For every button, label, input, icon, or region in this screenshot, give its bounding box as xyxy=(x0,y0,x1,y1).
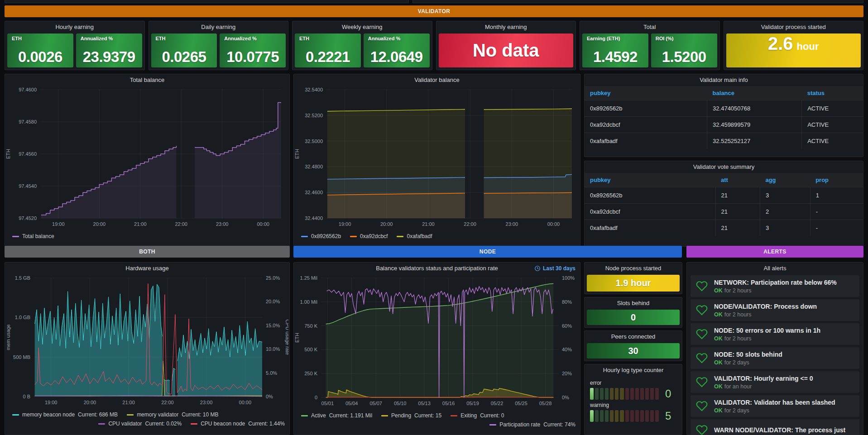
panel-title-hourly-log-counter[interactable]: Hourly log type counter xyxy=(585,364,682,376)
validator-balance-chart[interactable]: 19:0020:0021:0022:0023:0000:0032.440032.… xyxy=(294,86,579,230)
gauge-cell xyxy=(595,388,599,400)
svg-text:0%: 0% xyxy=(562,395,569,400)
node-process-value: 1.9 hour xyxy=(587,275,680,292)
column-header-pubkey[interactable]: pubkey xyxy=(585,173,715,187)
svg-text:100%: 100% xyxy=(562,275,575,281)
panel-title-node-process-started[interactable]: Node process started xyxy=(585,263,682,274)
svg-text:ETH: ETH xyxy=(294,149,300,159)
panel-title-validator-process-started[interactable]: Validator process started xyxy=(724,21,863,33)
panel-title-hourly-earning[interactable]: Hourly earning xyxy=(5,21,144,33)
svg-text:23:00: 23:00 xyxy=(216,221,229,227)
svg-text:05/04: 05/04 xyxy=(345,401,358,406)
legend-swatch xyxy=(381,415,388,416)
panel-title-total[interactable]: Total xyxy=(580,21,719,33)
alert-status: OKfor 2 hours xyxy=(714,311,817,318)
stat-value: 23.9379 xyxy=(76,48,142,66)
svg-text:80%: 80% xyxy=(562,299,572,305)
panel-title-slots-behind[interactable]: Slots behind xyxy=(585,297,682,309)
panel-daily-earning: Daily earning ETH 0.0265 Annualized % 10… xyxy=(149,21,289,70)
alert-status: OKfor 2 days xyxy=(714,359,782,366)
stat-value: 0.0026 xyxy=(7,48,73,66)
panel-title-hardware-usage[interactable]: Hardware usage xyxy=(5,263,289,274)
stat-total-earning: Earning (ETH) 1.4592 xyxy=(582,33,648,67)
svg-text:32.5000: 32.5000 xyxy=(305,139,323,144)
cell: 21 xyxy=(715,204,760,220)
gauge-cell xyxy=(605,388,609,400)
gauge-cell xyxy=(645,388,649,400)
column-header-status[interactable]: status xyxy=(802,86,863,100)
svg-text:21:00: 21:00 xyxy=(122,400,135,405)
column-header-prop[interactable]: prop xyxy=(810,173,863,187)
panel-title-total-balance[interactable]: Total balance xyxy=(5,74,289,86)
cell: 0xa92dcbcf xyxy=(585,204,715,220)
column-header-att[interactable]: att xyxy=(715,173,760,187)
legend-item[interactable]: CPU validatorCurrent: 0.02% xyxy=(98,421,182,427)
total-balance-chart[interactable]: 19:0020:0021:0022:0023:0000:0097.452097.… xyxy=(5,86,288,230)
row-header-alerts[interactable]: ALERTS xyxy=(686,246,863,258)
alert-item[interactable]: NETWORK: Participation rate below 66%OKf… xyxy=(691,275,859,297)
row-header-validator[interactable]: VALIDATOR xyxy=(5,5,863,17)
svg-text:32.4800: 32.4800 xyxy=(305,164,323,169)
legend-item[interactable]: CPU beacon nodeCurrent: 1.44% xyxy=(191,421,285,427)
alert-item[interactable]: NODE/VALIDATOR: Process downOKfor 2 hour… xyxy=(691,299,859,321)
gauge-label: error xyxy=(590,380,676,386)
panel-title-balance-validators[interactable]: Balance validators status and participat… xyxy=(376,265,498,272)
column-header-agg[interactable]: agg xyxy=(760,173,810,187)
gauge-cell xyxy=(590,388,594,400)
panel-title-daily-earning[interactable]: Daily earning xyxy=(149,21,288,33)
legend-item[interactable]: 0xa92dcbcf xyxy=(350,233,388,239)
legend-item[interactable]: memory beacon nodeCurrent: 686 MB xyxy=(12,411,118,418)
panel-title-weekly-earning[interactable]: Weekly earning xyxy=(293,21,432,33)
panel-title-validator-balance[interactable]: Validator balance xyxy=(294,74,580,86)
legend-item[interactable]: PendingCurrent: 15 xyxy=(381,412,441,419)
legend-item[interactable]: memory validatorCurrent: 10 MB xyxy=(127,411,218,418)
gauge-bar xyxy=(590,388,659,400)
time-range-link[interactable]: Last 30 days xyxy=(534,263,575,274)
cell: 32.459899579 xyxy=(707,117,802,133)
row-header-both[interactable]: BOTH xyxy=(5,246,290,258)
alert-status: OKfor 2 days xyxy=(714,407,835,414)
svg-text:250 K: 250 K xyxy=(304,371,317,376)
legend-item[interactable]: ExitingCurrent: 0 xyxy=(451,412,504,419)
column-header-balance[interactable]: balance xyxy=(707,86,802,100)
legend-swatch xyxy=(12,236,19,237)
legend-item[interactable]: 0xafafbadf xyxy=(397,233,432,239)
table-row: 0xa92dcbcf212- xyxy=(585,204,863,220)
column-header-pubkey[interactable]: pubkey xyxy=(585,86,707,100)
legend-item[interactable]: 0x8926562b xyxy=(301,233,341,239)
gauge-cell xyxy=(655,410,659,422)
stat-hourly-eth: ETH 0.0026 xyxy=(7,33,73,67)
legend-item[interactable]: Total balance xyxy=(12,233,54,239)
svg-text:23:00: 23:00 xyxy=(200,400,213,405)
svg-text:20:00: 20:00 xyxy=(93,221,106,227)
gauge-cell xyxy=(600,410,604,422)
alert-item[interactable]: WARN NODE/VALIDATOR: The process just xyxy=(691,419,859,435)
svg-text:05/13: 05/13 xyxy=(418,401,431,406)
stat-label: Annualized % xyxy=(368,36,401,41)
legend-item[interactable]: ActiveCurrent: 1.191 Mil xyxy=(301,412,372,419)
alert-item[interactable]: VALIDATOR: Validator has been slashedOKf… xyxy=(691,395,859,417)
svg-text:05/16: 05/16 xyxy=(442,401,455,406)
row-header-node[interactable]: NODE xyxy=(293,246,682,258)
gauge-cell xyxy=(625,410,629,422)
gauge-bar xyxy=(590,410,659,422)
stat-weekly-annualized: Annualized % 12.0649 xyxy=(364,33,430,67)
panel-title-validator-main-info[interactable]: Validator main info xyxy=(585,74,863,86)
alert-item[interactable]: NODE: 50 slots behindOKfor 2 days xyxy=(691,347,859,369)
panel-title-monthly-earning[interactable]: Monthly earning xyxy=(436,21,576,33)
svg-text:ETH: ETH xyxy=(5,149,11,159)
legend-swatch xyxy=(350,236,357,237)
panel-title-all-alerts[interactable]: All alerts xyxy=(687,263,863,274)
alert-name: NODE: 50 slots behind xyxy=(714,351,782,358)
hardware-usage-chart[interactable]: 19:0020:0021:0022:0023:0000:000 B500 MB1… xyxy=(5,274,288,408)
legend-item[interactable]: Participation rateCurrent: 74% xyxy=(489,421,575,428)
gauge-cell xyxy=(650,410,654,422)
panel-title-peers-connected[interactable]: Peers connected xyxy=(585,331,682,343)
balance-validators-chart[interactable]: 05/0105/0405/0705/1005/1305/1605/1905/22… xyxy=(294,274,579,409)
hardware-usage-legend: memory beacon nodeCurrent: 686 MBmemory … xyxy=(5,410,289,428)
stat-daily-eth: ETH 0.0265 xyxy=(151,33,217,67)
panel-title-validator-vote-summary[interactable]: Validator vote summary xyxy=(585,161,863,173)
alert-item[interactable]: VALIDATOR: Hourly earning <= 0OKfor an h… xyxy=(691,371,859,393)
alert-item[interactable]: NODE: 50 errors or 100 warns in 1hOKfor … xyxy=(691,323,859,345)
legend-swatch xyxy=(301,236,308,237)
